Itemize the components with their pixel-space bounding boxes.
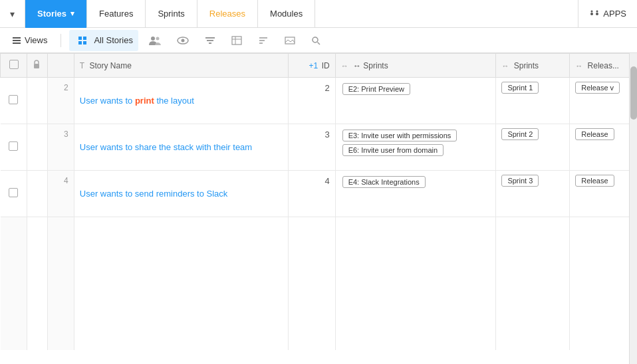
releases-header[interactable]: ↔ Releas...	[570, 54, 637, 78]
nav-tab-features[interactable]: Features	[87, 0, 146, 28]
empty-cell	[570, 217, 637, 350]
nav-tab-modules[interactable]: Modules	[258, 0, 315, 28]
people-icon	[149, 36, 161, 45]
releases-cell-3: Release	[570, 171, 637, 217]
releases-cell-1: Release v	[570, 78, 637, 124]
row-number-3: 4	[47, 171, 74, 217]
filter-icon	[205, 36, 215, 45]
filter-icon-btn[interactable]	[199, 33, 221, 48]
empty-cell	[289, 217, 336, 350]
features-header[interactable]: ↔ ↔ Sprints	[335, 54, 496, 78]
feature-tag[interactable]: E6: Invite user from domain	[342, 144, 444, 156]
scroll-thumb[interactable]	[630, 66, 637, 120]
nav-chevron-btn[interactable]: ▾	[0, 0, 25, 28]
sprint-tag[interactable]: Sprint 3	[501, 175, 539, 187]
row-lock-2	[27, 124, 47, 171]
table-header-row: T Story Name +1 ID ↔ ↔ Sprints ↔ Sprints	[1, 54, 637, 78]
svg-rect-9	[78, 41, 82, 45]
nav-tab-sprints[interactable]: Sprints	[146, 0, 197, 28]
svg-rect-17	[209, 43, 211, 44]
svg-point-11	[151, 37, 155, 41]
row-checkbox-1[interactable]	[1, 78, 27, 124]
apps-button[interactable]: APPS	[578, 0, 637, 28]
sprint-tag[interactable]: Sprint 2	[501, 128, 539, 140]
row-lock-3	[27, 171, 47, 217]
sprint-tag[interactable]: Sprint 1	[501, 82, 539, 94]
sprints-cell-2: Sprint 2	[496, 124, 570, 171]
release-tag[interactable]: Release v	[575, 82, 620, 94]
image-icon-btn[interactable]	[279, 33, 301, 48]
vertical-scrollbar[interactable]	[629, 53, 637, 364]
svg-point-25	[313, 37, 318, 43]
table-row: 4 User wants to send reminders to Slack …	[1, 171, 637, 217]
svg-rect-10	[83, 41, 86, 45]
svg-rect-18	[232, 37, 241, 45]
svg-rect-4	[13, 37, 21, 39]
release-tag[interactable]: Release	[575, 128, 614, 140]
stories-dropdown-icon: ▾	[70, 9, 74, 18]
main-table-container: T Story Name +1 ID ↔ ↔ Sprints ↔ Sprints	[0, 53, 637, 364]
row-num-header	[47, 54, 74, 78]
sprints-cell-1: Sprint 1	[496, 78, 570, 124]
lock-icon	[33, 60, 41, 69]
features-cell-3: E4: Slack Integrations	[335, 171, 496, 217]
feature-tag[interactable]: E4: Slack Integrations	[342, 176, 426, 188]
row-checkbox-2[interactable]	[1, 124, 27, 171]
story-name-3[interactable]: User wants to send reminders to Slack	[74, 171, 288, 217]
svg-line-26	[317, 42, 320, 45]
story-name-header[interactable]: T Story Name	[74, 54, 288, 78]
lock-header	[27, 54, 47, 78]
sort-icon-btn[interactable]	[253, 33, 274, 48]
empty-cell	[335, 217, 496, 350]
svg-rect-27	[34, 64, 39, 68]
nav-tab-stories[interactable]: Stories ▾	[25, 0, 87, 28]
apps-icon	[589, 9, 600, 19]
release-tag[interactable]: Release	[575, 175, 614, 187]
story-name-1[interactable]: User wants to print the layout	[74, 78, 288, 124]
svg-point-12	[156, 37, 159, 40]
toolbar-divider-1	[61, 34, 61, 47]
empty-cell	[74, 217, 288, 350]
svg-point-1	[596, 13, 598, 15]
svg-rect-8	[83, 37, 86, 40]
svg-rect-5	[13, 40, 21, 41]
id-header[interactable]: +1 ID	[289, 54, 336, 78]
checkbox-header[interactable]	[1, 54, 27, 78]
table-row: 2 User wants to print the layout 2 E2: P…	[1, 78, 637, 124]
releases-cell-2: Release	[570, 124, 637, 171]
toolbar: Views All Stories	[0, 28, 637, 53]
row-checkbox-3[interactable]	[1, 171, 27, 217]
table-icon-btn[interactable]	[226, 33, 247, 48]
sprints-cell-3: Sprint 3	[496, 171, 570, 217]
all-stories-filter-btn[interactable]: All Stories	[69, 30, 138, 51]
image-icon	[285, 36, 295, 45]
features-cell-1: E2: Print Preview	[335, 78, 496, 124]
eye-icon-btn[interactable]	[172, 34, 194, 47]
search-icon	[311, 36, 320, 45]
row-lock-1	[27, 78, 47, 124]
row-id-1: 2	[289, 78, 336, 124]
sprints-link-icon: ↔	[501, 62, 509, 70]
empty-cell	[496, 217, 570, 350]
story-name-2[interactable]: User wants to share the stack with their…	[74, 124, 288, 171]
people-icon-btn[interactable]	[144, 33, 166, 48]
empty-row	[1, 217, 637, 350]
feature-tag[interactable]: E2: Print Preview	[342, 83, 410, 95]
empty-cell	[1, 217, 27, 350]
select-all-checkbox[interactable]	[9, 60, 19, 69]
grid-icon	[74, 33, 90, 48]
empty-cell	[27, 217, 47, 350]
menu-icon	[12, 36, 21, 45]
nav-tab-releases[interactable]: Releases	[197, 0, 258, 28]
table-wrapper[interactable]: T Story Name +1 ID ↔ ↔ Sprints ↔ Sprints	[0, 53, 637, 364]
svg-rect-15	[205, 37, 215, 39]
releases-link-icon: ↔	[575, 62, 582, 70]
sprints-header[interactable]: ↔ Sprints	[496, 54, 570, 78]
features-link-icon: ↔	[341, 62, 348, 70]
search-btn[interactable]	[306, 33, 326, 48]
svg-rect-6	[13, 43, 21, 44]
views-menu-btn[interactable]: Views	[7, 33, 53, 48]
feature-tag[interactable]: E3: Invite user with permissions	[342, 130, 457, 141]
features-cell-2: E3: Invite user with permissions E6: Inv…	[335, 124, 496, 171]
svg-point-2	[591, 10, 593, 12]
